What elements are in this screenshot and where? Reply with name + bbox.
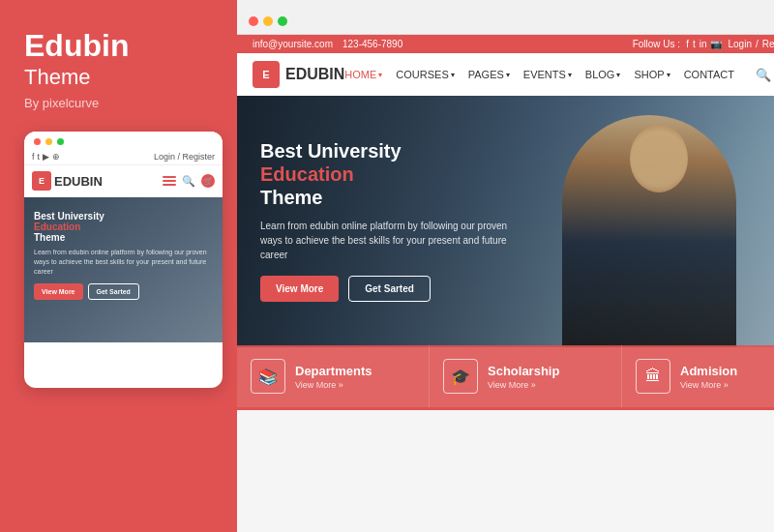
nav-contact[interactable]: CONTACT (684, 69, 734, 80)
admision-icon: 🏛 (636, 359, 670, 394)
scholarship-icon: 🎓 (443, 359, 478, 394)
auth-links[interactable]: Login / Register (728, 39, 774, 49)
admision-link[interactable]: View More » (680, 380, 737, 390)
mobile-top-bar (24, 132, 223, 149)
login-link[interactable]: Login (728, 39, 751, 49)
browser-maximize-dot[interactable] (278, 16, 287, 26)
mobile-auth-links[interactable]: Login / Register (154, 152, 215, 162)
pages-dropdown-icon: ▾ (506, 71, 510, 79)
hero-description: Learn from edubin online platform by fol… (260, 219, 531, 262)
browser-minimize-dot[interactable] (263, 16, 273, 26)
mobile-hero-text: Best University Education Theme Learn fr… (24, 197, 223, 312)
mobile-social-bar: f t ▶ ⊕ Login / Register (24, 149, 223, 165)
admision-card[interactable]: 🏛 Admision View More » (622, 345, 774, 407)
nav-links: HOME ▾ COURSES ▾ PAGES ▾ EVENTS ▾ BLOG (344, 66, 774, 84)
site-logo[interactable]: E EDUBIN (253, 61, 344, 88)
phone-info: 123-456-7890 (342, 39, 402, 49)
cards-row: 📚 Departments View More » 🎓 Scholarship … (237, 345, 774, 407)
mobile-dot-green (57, 138, 64, 145)
hero-title-line2: Education (260, 163, 774, 186)
brand-by: By pixelcurve (24, 96, 99, 110)
email-info: info@yoursite.com (253, 39, 333, 49)
nav-events[interactable]: EVENTS ▾ (523, 69, 572, 80)
mobile-get-started-button[interactable]: Get Sarted (88, 283, 139, 300)
hero-section: Best University Education Theme Learn fr… (237, 96, 774, 347)
scholarship-text: Scholarship View More » (488, 364, 559, 390)
hamburger-icon[interactable] (163, 176, 176, 186)
main-nav: E EDUBIN HOME ▾ COURSES ▾ PAGES ▾ EVENTS (237, 53, 774, 96)
info-bar: info@yoursite.com 123-456-7890 Follow Us… (237, 35, 774, 53)
search-icon[interactable]: 🔍 (756, 68, 771, 82)
mobile-search-icon[interactable]: 🔍 (182, 175, 195, 188)
events-dropdown-icon: ▾ (568, 71, 572, 79)
mobile-logo: E EDUBIN (32, 171, 103, 191)
mobile-logo-icon: E (32, 171, 51, 191)
instagram-icon[interactable]: 📷 (710, 39, 722, 49)
view-more-button[interactable]: View More (260, 276, 339, 302)
mobile-view-more-button[interactable]: View More (34, 283, 83, 300)
scholarship-title: Scholarship (488, 364, 559, 378)
mobile-nav-icons[interactable]: 🔍 🛒 (163, 174, 215, 188)
left-panel: Edubin Theme By pixelcurve f t ▶ ⊕ Login… (0, 0, 237, 532)
departments-link[interactable]: View More » (295, 380, 372, 390)
browser-chrome (237, 0, 774, 35)
hero-title-line3: Theme (260, 186, 774, 209)
logo-icon: E (253, 61, 280, 88)
right-panel: info@yoursite.com 123-456-7890 Follow Us… (237, 0, 774, 532)
twitter-icon[interactable]: t (693, 39, 696, 49)
mobile-hero-buttons: View More Get Sarted (34, 283, 213, 300)
home-dropdown-icon: ▾ (378, 71, 382, 79)
brand-subtitle: Theme (24, 65, 90, 90)
site-wrapper: info@yoursite.com 123-456-7890 Follow Us… (237, 35, 774, 532)
mobile-mockup: f t ▶ ⊕ Login / Register E EDUBIN 🔍 🛒 (24, 132, 223, 388)
bottom-strip (237, 407, 774, 532)
browser-close-dot[interactable] (249, 16, 258, 26)
mobile-cart-icon[interactable]: 🛒 (201, 174, 215, 188)
scholarship-card[interactable]: 🎓 Scholarship View More » (430, 345, 622, 407)
linkedin-icon[interactable]: in (700, 39, 707, 49)
desktop-social-icons[interactable]: f t in 📷 (686, 39, 722, 49)
contact-info: info@yoursite.com 123-456-7890 (253, 39, 402, 49)
departments-card[interactable]: 📚 Departments View More » (237, 345, 430, 407)
follow-label: Follow Us : (633, 39, 680, 49)
blog-dropdown-icon: ▾ (616, 71, 620, 79)
departments-title: Departments (295, 364, 372, 378)
departments-icon: 📚 (251, 359, 285, 394)
courses-dropdown-icon: ▾ (451, 71, 455, 79)
admision-title: Admision (680, 364, 737, 378)
nav-courses[interactable]: COURSES ▾ (396, 69, 454, 80)
brand-title: Edubin (24, 29, 129, 63)
nav-pages[interactable]: PAGES ▾ (468, 69, 510, 80)
mobile-hero: Best University Education Theme Learn fr… (24, 197, 223, 342)
mobile-dot-red (34, 138, 41, 145)
get-started-button[interactable]: Get Sarted (348, 276, 431, 302)
nav-home[interactable]: HOME ▾ (344, 69, 382, 80)
scholarship-link[interactable]: View More » (488, 380, 559, 390)
logo-text: EDUBIN (285, 66, 344, 83)
facebook-icon[interactable]: f (686, 39, 689, 49)
nav-action-icons: 🔍 🛒 (756, 66, 774, 84)
nav-blog[interactable]: BLOG ▾ (585, 69, 621, 80)
nav-shop[interactable]: SHOP ▾ (634, 69, 670, 80)
mobile-social-icons: f t ▶ ⊕ (32, 152, 60, 162)
mobile-dot-yellow (45, 138, 52, 145)
shop-dropdown-icon: ▾ (667, 71, 670, 79)
follow-section: Follow Us : f t in 📷 Login / Register (633, 39, 774, 49)
admision-text: Admision View More » (680, 364, 737, 390)
mobile-nav: E EDUBIN 🔍 🛒 (24, 165, 223, 197)
hero-buttons: View More Get Sarted (260, 276, 774, 302)
hero-title-line1: Best University (260, 139, 774, 163)
hero-content: Best University Education Theme Learn fr… (237, 96, 774, 321)
register-link[interactable]: Register (762, 39, 774, 49)
departments-text: Departments View More » (295, 364, 372, 390)
